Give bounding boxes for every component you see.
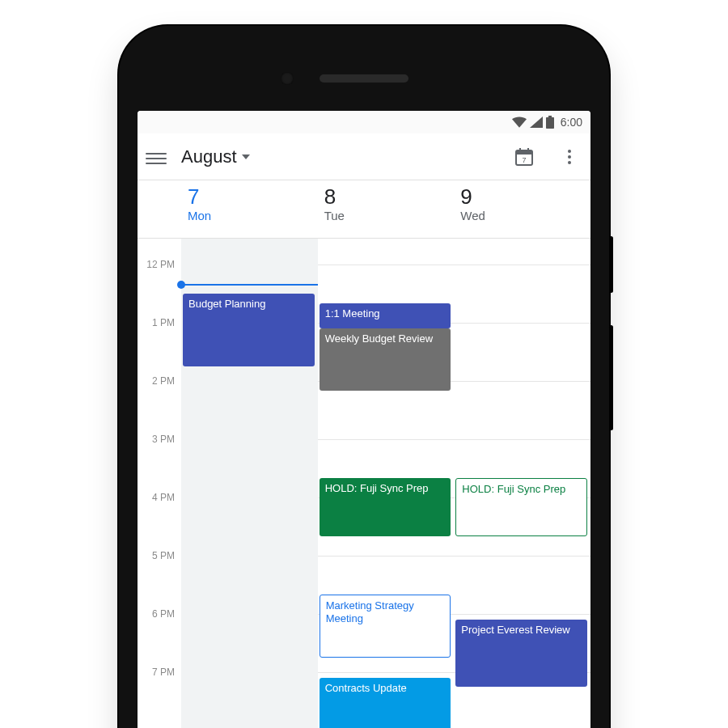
day-of-week: Tue (324, 209, 455, 222)
now-indicator-dot (177, 281, 185, 289)
day-of-week: Wed (460, 209, 590, 222)
hour-label: 1 PM (138, 317, 180, 328)
calendar-event[interactable]: Contracts Update (320, 678, 451, 728)
calendar-event[interactable]: 1:1 Meeting (320, 303, 451, 328)
hour-label: 12 PM (138, 259, 180, 270)
hour-label: 5 PM (138, 550, 180, 561)
status-bar: 6:00 (138, 111, 590, 133)
day-header[interactable]: 8Tue (318, 180, 455, 238)
calendar-event[interactable]: HOLD: Fuji Sync Prep (320, 478, 451, 536)
hour-label: 6 PM (138, 608, 180, 620)
menu-icon[interactable] (146, 150, 167, 164)
chevron-down-icon (242, 154, 250, 159)
day-header[interactable]: 9Wed (454, 180, 590, 238)
hour-label: 3 PM (138, 434, 180, 445)
svg-rect-2 (519, 148, 521, 152)
app-bar: August 7 (138, 133, 590, 180)
day-columns: Budget Planning1:1 MeetingWeekly Budget … (181, 239, 590, 728)
phone-side-button (609, 325, 613, 430)
day-number: 9 (460, 185, 590, 209)
day-number: 8 (324, 185, 455, 209)
day-column[interactable]: 1:1 MeetingWeekly Budget ReviewHOLD: Fuj… (318, 239, 455, 728)
day-column[interactable]: Budget Planning (181, 239, 318, 728)
calendar-event[interactable]: Budget Planning (183, 294, 315, 366)
day-header[interactable]: 7Mon (181, 180, 318, 238)
battery-icon (546, 116, 554, 129)
svg-rect-1 (516, 150, 532, 154)
now-indicator (181, 284, 318, 286)
svg-rect-3 (527, 148, 529, 152)
hour-label: 7 PM (138, 667, 180, 678)
calendar-event[interactable]: Marketing Strategy Meeting (320, 595, 451, 658)
calendar-event[interactable]: Project Everest Review (455, 620, 587, 687)
day-column[interactable]: HOLD: Fuji Sync PrepProject Everest Revi… (454, 239, 590, 728)
calendar-event[interactable]: Weekly Budget Review (320, 328, 451, 391)
today-icon-day: 7 (522, 156, 526, 164)
phone-side-button (609, 236, 613, 293)
calendar-event[interactable]: HOLD: Fuji Sync Prep (455, 478, 587, 536)
hour-label: 2 PM (138, 375, 180, 387)
wifi-icon (512, 116, 527, 128)
hour-label: 4 PM (138, 492, 180, 503)
today-button[interactable]: 7 (513, 146, 535, 168)
phone-frame: 6:00 August 7 (119, 26, 609, 728)
day-number: 7 (188, 185, 318, 209)
calendar-grid[interactable]: 12 PM1 PM2 PM3 PM4 PM5 PM6 PM7 PM Budget… (138, 239, 590, 728)
time-gutter: 12 PM1 PM2 PM3 PM4 PM5 PM6 PM7 PM (138, 239, 181, 728)
month-label: August (181, 146, 237, 167)
day-header-row: 7Mon8Tue9Wed (138, 180, 590, 239)
phone-screen: 6:00 August 7 (138, 111, 590, 728)
month-picker[interactable]: August (181, 146, 250, 167)
cell-signal-icon (530, 116, 543, 128)
status-time: 6:00 (561, 116, 582, 129)
overflow-menu-icon[interactable] (560, 150, 579, 164)
day-of-week: Mon (188, 209, 318, 222)
